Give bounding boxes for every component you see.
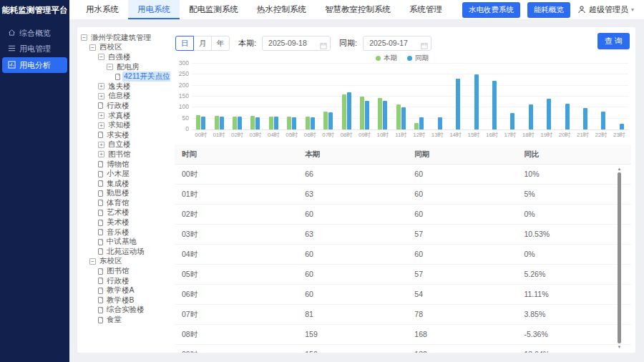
- tree-node-label[interactable]: 集成楼: [105, 179, 131, 189]
- tree-node-label[interactable]: 中试基地: [105, 237, 138, 247]
- tree-node-label[interactable]: 行政楼: [105, 276, 131, 286]
- tree-node-label[interactable]: 图书馆: [107, 150, 132, 160]
- collapse-icon[interactable]: −: [81, 34, 87, 41]
- bar-同期: [292, 117, 296, 129]
- tree-node-label[interactable]: 信息楼: [107, 91, 132, 101]
- collapse-icon[interactable]: −: [89, 44, 96, 51]
- sidebar-item-power-analysis[interactable]: 用电分析: [2, 57, 67, 73]
- tree-node[interactable]: +图书馆: [77, 150, 170, 160]
- tree-node[interactable]: −自强楼: [77, 52, 170, 62]
- tree-node[interactable]: 北苑运动场: [77, 247, 170, 257]
- expand-icon[interactable]: +: [98, 122, 104, 129]
- tree-node-label[interactable]: 综合实验楼: [105, 305, 146, 315]
- utility-billing-button[interactable]: 水电收费系统: [462, 2, 520, 18]
- tree-node[interactable]: 行政楼: [77, 101, 170, 111]
- energy-overview-button[interactable]: 能耗概览: [527, 2, 570, 18]
- expand-icon[interactable]: +: [98, 112, 104, 119]
- main-area: −滁州学院建筑管理−西校区−自强楼−配电房4211开关点位+逸夫楼+信息楼行政楼…: [69, 20, 644, 362]
- tab-distribution-monitor[interactable]: 配电监测系统: [180, 0, 248, 19]
- tree-node[interactable]: 集成楼: [77, 179, 170, 189]
- query-button[interactable]: 查 询: [597, 33, 630, 49]
- tree-node-label[interactable]: 配电房: [115, 62, 141, 72]
- tree-node[interactable]: 求实楼: [77, 130, 170, 140]
- tree-node-label[interactable]: 勤思楼: [105, 188, 131, 198]
- table-row: 02时60600%: [175, 205, 631, 225]
- tree-node[interactable]: 体育馆: [77, 198, 170, 208]
- tree-node-label[interactable]: 音乐楼: [105, 228, 131, 238]
- tree-node-label[interactable]: 4211开关点位: [122, 72, 170, 82]
- expand-icon[interactable]: +: [98, 93, 104, 99]
- tree-node[interactable]: 艺术楼: [77, 208, 170, 218]
- tree-node[interactable]: +求真楼: [77, 111, 170, 121]
- tree-node[interactable]: −东校区: [77, 257, 170, 267]
- period-month-button[interactable]: 月: [193, 36, 212, 51]
- tree-node-label[interactable]: 食堂: [105, 315, 123, 325]
- legend-item[interactable]: 本期: [376, 54, 397, 63]
- scroll-down-icon[interactable]: ▼: [616, 344, 623, 350]
- tree-node[interactable]: 美术楼: [77, 217, 170, 228]
- tree-node-label[interactable]: 行政楼: [105, 101, 131, 111]
- tree-node-label[interactable]: 求实楼: [105, 130, 131, 140]
- tree-node[interactable]: 小木屋: [77, 169, 170, 179]
- sidebar-item-overview[interactable]: 综合概览: [2, 26, 67, 40]
- collapse-icon[interactable]: −: [89, 258, 96, 265]
- tab-water-system[interactable]: 用水系统: [77, 0, 128, 19]
- scrollbar-thumb[interactable]: [618, 172, 621, 343]
- tree-node-label[interactable]: 滁州学院建筑管理: [89, 33, 152, 43]
- tree-node-label[interactable]: 东校区: [98, 256, 124, 266]
- tab-smart-classroom[interactable]: 智慧教室控制系统: [316, 0, 400, 19]
- expand-icon[interactable]: +: [98, 151, 104, 157]
- period-year-button[interactable]: 年: [211, 36, 230, 51]
- tree-node[interactable]: 4211开关点位: [77, 72, 170, 82]
- tree-node-label[interactable]: 体育馆: [105, 198, 131, 208]
- tree-node-label[interactable]: 求知楼: [107, 120, 132, 130]
- collapse-icon[interactable]: −: [107, 64, 113, 70]
- sidebar-item-power-mgmt[interactable]: 用电管理: [2, 41, 67, 56]
- tree-node[interactable]: 教学楼B: [77, 295, 170, 305]
- tree-node-label[interactable]: 西校区: [98, 42, 124, 52]
- tree-node[interactable]: 音乐楼: [77, 228, 170, 238]
- tree-node[interactable]: −配电房: [77, 62, 170, 72]
- tree-node-label[interactable]: 艺术楼: [105, 207, 131, 217]
- y-axis-tick-label: 50: [182, 114, 189, 122]
- tab-system-mgmt[interactable]: 系统管理: [400, 0, 452, 19]
- user-menu[interactable]: 超级管理员 ▾: [577, 4, 634, 15]
- expand-icon[interactable]: +: [98, 142, 104, 148]
- tree-node[interactable]: +信息楼: [77, 92, 170, 102]
- tree-node-label[interactable]: 自强楼: [107, 52, 132, 62]
- tree-node-label[interactable]: 小木屋: [105, 169, 131, 179]
- tree-node[interactable]: +逸夫楼: [77, 82, 170, 92]
- tree-node-label[interactable]: 逸夫楼: [107, 82, 132, 92]
- tree-node[interactable]: 综合实验楼: [77, 305, 170, 315]
- table-cell: 13.64%: [517, 345, 631, 353]
- scroll-up-icon[interactable]: ▲: [616, 166, 623, 172]
- tree-node[interactable]: 食堂: [77, 315, 170, 325]
- tree-node[interactable]: −西校区: [77, 43, 170, 53]
- tab-hot-water-control[interactable]: 热水控制系统: [248, 0, 316, 19]
- tree-node[interactable]: 中试基地: [77, 237, 170, 247]
- tree-node[interactable]: +自立楼: [77, 140, 170, 150]
- tree-node-label[interactable]: 美术楼: [105, 217, 131, 228]
- period-day-button[interactable]: 日: [175, 36, 194, 51]
- tree-node-label[interactable]: 教学楼B: [105, 295, 136, 305]
- expand-icon[interactable]: +: [98, 83, 104, 89]
- tree-node[interactable]: 博物馆: [77, 160, 170, 170]
- legend-item[interactable]: 同期: [407, 54, 429, 63]
- tree-node[interactable]: −滁州学院建筑管理: [77, 33, 170, 43]
- tree-node-label[interactable]: 博物馆: [105, 160, 131, 170]
- tree-node[interactable]: 图书馆: [77, 266, 170, 276]
- tree-node[interactable]: 教学楼A: [77, 285, 170, 295]
- tree-node[interactable]: +求知楼: [77, 120, 170, 130]
- tree-node-label[interactable]: 求真楼: [107, 111, 132, 121]
- legend-dot-icon: [407, 56, 412, 61]
- tree-node[interactable]: 勤思楼: [77, 189, 170, 199]
- tree-node-label[interactable]: 图书馆: [105, 266, 131, 276]
- tree-node[interactable]: 行政楼: [77, 276, 170, 286]
- tab-power-system[interactable]: 用电系统: [128, 0, 180, 19]
- tree-node-label[interactable]: 教学楼A: [105, 285, 136, 295]
- tree-node-label[interactable]: 北苑运动场: [105, 247, 146, 257]
- collapse-icon[interactable]: −: [98, 54, 104, 60]
- tree-node-label[interactable]: 自立楼: [107, 140, 132, 150]
- bar-同期: [547, 99, 551, 129]
- table-scrollbar[interactable]: ▲ ▼: [616, 166, 623, 350]
